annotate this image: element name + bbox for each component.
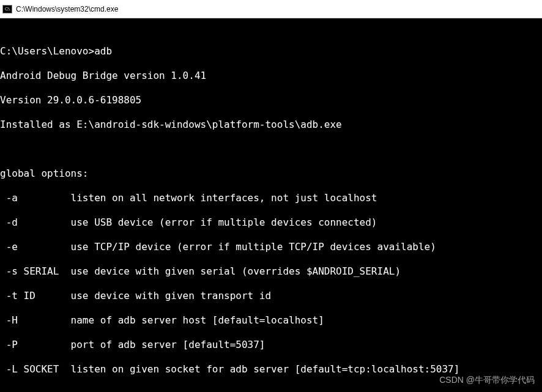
terminal-line: -L SOCKET listen on given socket for adb… <box>0 363 542 375</box>
prompt-line: C:\Users\Lenovo>adb <box>0 45 542 57</box>
blank-line <box>0 388 542 392</box>
terminal-line: -d use USB device (error if multiple dev… <box>0 216 542 229</box>
terminal-line: -s SERIAL use device with given serial (… <box>0 265 542 278</box>
cmd-icon: C:\. <box>2 5 12 13</box>
terminal-line: Installed as E:\android-sdk-windows\plat… <box>0 119 542 131</box>
terminal-line: -e use TCP/IP device (error if multiple … <box>0 241 542 253</box>
terminal-line: Version 29.0.0.6-6198805 <box>0 94 542 106</box>
section-header: global options: <box>0 168 542 180</box>
terminal-output[interactable]: C:\Users\Lenovo>adb Android Debug Bridge… <box>0 18 542 392</box>
window-title-bar[interactable]: C:\. C:\Windows\system32\cmd.exe <box>0 0 542 18</box>
terminal-line: Android Debug Bridge version 1.0.41 <box>0 70 542 82</box>
terminal-line: -t ID use device with given transport id <box>0 290 542 302</box>
window-title: C:\Windows\system32\cmd.exe <box>16 5 118 13</box>
blank-line <box>0 143 542 155</box>
terminal-line: -H name of adb server host [default=loca… <box>0 314 542 327</box>
terminal-line: -a listen on all network interfaces, not… <box>0 192 542 204</box>
terminal-line: -P port of adb server [default=5037] <box>0 339 542 351</box>
